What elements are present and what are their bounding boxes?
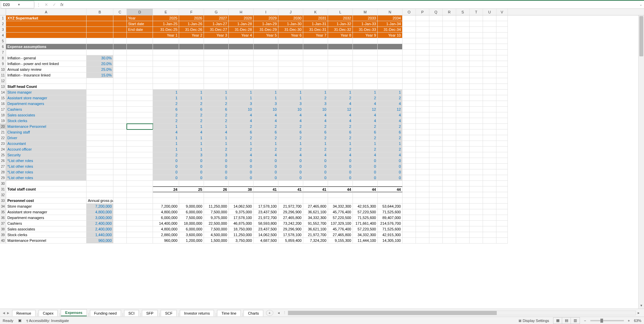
cell[interactable] (127, 135, 153, 141)
cell[interactable] (254, 72, 278, 78)
cell[interactable] (470, 72, 483, 78)
cell[interactable]: 29,296,900 (278, 226, 303, 232)
sheet-tab-sci[interactable]: SCI (124, 310, 139, 316)
cell[interactable]: 2 (204, 112, 229, 118)
cell[interactable]: 36,621,100 (303, 209, 328, 215)
cell[interactable] (470, 55, 483, 61)
cell[interactable] (353, 192, 378, 198)
cell[interactable] (303, 67, 328, 72)
cell[interactable] (6, 27, 87, 33)
cell[interactable]: 0 (378, 169, 402, 175)
cell[interactable] (416, 198, 429, 204)
cell[interactable]: Assistant store manager (6, 95, 87, 101)
cell[interactable]: 1,500,000 (204, 238, 229, 244)
cell[interactable]: 4,800,000 (153, 226, 179, 232)
cell[interactable] (402, 232, 416, 238)
cell[interactable] (153, 198, 179, 204)
cell[interactable] (303, 38, 328, 44)
cell[interactable] (402, 55, 416, 61)
cell[interactable] (87, 101, 113, 107)
cell[interactable] (153, 61, 179, 67)
cell[interactable]: 0 (278, 158, 303, 164)
cell[interactable] (416, 112, 429, 118)
cell[interactable] (153, 72, 179, 78)
cell[interactable]: 2 (229, 147, 254, 152)
cell[interactable]: 4 (179, 129, 204, 135)
cell[interactable] (483, 61, 496, 67)
cell[interactable] (278, 44, 303, 50)
cell[interactable]: 10 (254, 107, 278, 112)
cell[interactable] (87, 107, 113, 112)
cell[interactable] (87, 192, 113, 198)
grid-rows[interactable]: 1XYZ SupermarketYear20252026202720282029… (0, 15, 644, 309)
row-header[interactable]: 17 (0, 107, 6, 112)
cell[interactable] (470, 215, 483, 221)
cell[interactable]: Annual gross pay (87, 198, 113, 204)
cell[interactable] (179, 61, 204, 67)
cell[interactable]: Year 1 (153, 33, 179, 38)
cell[interactable] (483, 221, 496, 226)
cell[interactable] (470, 186, 483, 192)
cell[interactable]: Start date (127, 21, 153, 27)
cell[interactable]: 11,444,100 (353, 238, 378, 244)
cell[interactable] (496, 95, 508, 101)
cell[interactable]: 2 (229, 135, 254, 141)
cell[interactable] (456, 44, 470, 50)
cell[interactable]: Cleaning staff (6, 129, 87, 135)
cell[interactable] (429, 147, 443, 152)
cell[interactable]: 2 (254, 124, 278, 129)
col-header-V[interactable]: V (496, 9, 508, 15)
cell[interactable]: 25 (179, 186, 204, 192)
cell[interactable] (470, 141, 483, 147)
cell[interactable] (303, 198, 328, 204)
cell[interactable]: 6,000,000 (179, 209, 204, 215)
col-header-D[interactable]: D (127, 9, 153, 15)
cell[interactable]: 4 (303, 112, 328, 118)
cell[interactable]: 4 (229, 152, 254, 158)
cell[interactable] (254, 61, 278, 67)
cell[interactable] (113, 84, 127, 90)
cell[interactable] (416, 33, 429, 38)
cell[interactable]: 1-Jan-33 (353, 21, 378, 27)
cell[interactable] (127, 90, 153, 95)
cell[interactable] (254, 55, 278, 61)
cell[interactable]: Inflation - power and rent linked (6, 61, 87, 67)
cell[interactable] (496, 238, 508, 244)
cell[interactable]: 31-Dec-29 (254, 27, 278, 33)
cell[interactable] (402, 215, 416, 221)
cell[interactable]: 2 (353, 124, 378, 129)
cell[interactable] (483, 209, 496, 215)
cell[interactable] (303, 61, 328, 67)
cell[interactable]: 0 (153, 175, 179, 181)
cell[interactable]: End date (127, 27, 153, 33)
cell[interactable] (402, 226, 416, 232)
cell[interactable] (456, 186, 470, 192)
cell[interactable] (127, 72, 153, 78)
cell[interactable]: *List other roles (6, 175, 87, 181)
cell[interactable]: 1-Jan-28 (229, 21, 254, 27)
cell[interactable]: 4 (328, 118, 353, 124)
cell[interactable]: 2 (328, 147, 353, 152)
cell[interactable] (87, 27, 113, 33)
row-header[interactable]: 13 (0, 84, 6, 90)
cell[interactable] (303, 55, 328, 61)
cell[interactable] (179, 78, 204, 84)
cell[interactable]: Security (6, 152, 87, 158)
cell[interactable] (456, 101, 470, 107)
cell[interactable] (470, 78, 483, 84)
cell[interactable] (429, 169, 443, 175)
cell[interactable]: 27,465,800 (328, 232, 353, 238)
cell[interactable]: 4 (328, 101, 353, 107)
cell[interactable]: Year 8 (328, 33, 353, 38)
cell[interactable]: 0 (353, 169, 378, 175)
cell[interactable]: Annual salary review (6, 67, 87, 72)
cell[interactable]: 4 (254, 152, 278, 158)
cell[interactable] (353, 181, 378, 186)
cell[interactable]: 0 (378, 158, 402, 164)
cell[interactable] (456, 164, 470, 169)
cell[interactable]: 57,220,500 (353, 209, 378, 215)
cell[interactable] (113, 21, 127, 27)
cell[interactable] (254, 84, 278, 90)
cell[interactable] (127, 147, 153, 152)
cell[interactable] (127, 169, 153, 175)
